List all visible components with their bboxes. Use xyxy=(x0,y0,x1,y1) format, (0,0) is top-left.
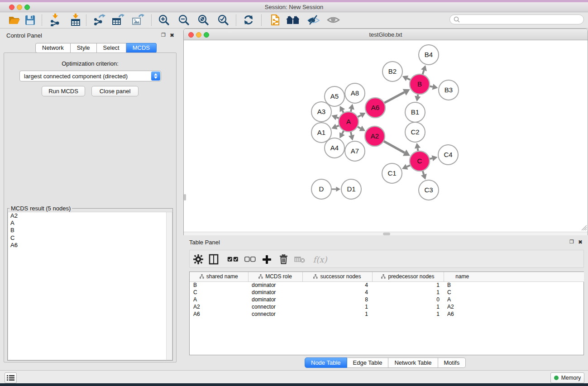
graph-edge-A6-B[interactable] xyxy=(383,92,405,104)
graph-node-D1[interactable]: D1 xyxy=(341,179,361,199)
table-row[interactable]: A2connector11A2 xyxy=(190,303,584,310)
duplicate-network-icon[interactable] xyxy=(268,13,282,27)
mcds-result-item[interactable]: A6 xyxy=(8,242,172,249)
window-resize-grip[interactable] xyxy=(580,224,587,231)
table-row[interactable]: Adominator80A xyxy=(190,296,584,303)
table-row[interactable]: Bdominator41B xyxy=(190,281,584,289)
cell[interactable]: dominator xyxy=(248,281,302,289)
delete-columns-trash-icon[interactable] xyxy=(277,253,290,266)
cell[interactable]: 1 xyxy=(372,310,444,318)
close-panel-icon[interactable]: ✖ xyxy=(170,32,174,38)
cell[interactable]: A6 xyxy=(444,310,481,318)
graph-node-C1[interactable]: C1 xyxy=(382,163,402,183)
cell[interactable]: A xyxy=(444,296,481,303)
hide-graphics-details-icon[interactable] xyxy=(306,13,320,27)
memory-button[interactable]: Memory xyxy=(550,372,584,383)
zoom-fit-icon[interactable] xyxy=(196,13,210,27)
zoom-selected-icon[interactable] xyxy=(216,13,230,27)
column-header-MCDS-role[interactable]: MCDS role xyxy=(248,272,302,281)
show-graphics-details-icon[interactable] xyxy=(326,13,340,27)
graph-node-A8[interactable]: A8 xyxy=(345,83,365,103)
graph-node-B[interactable]: B xyxy=(410,74,430,94)
cell[interactable]: 1 xyxy=(372,289,444,296)
graph-node-A7[interactable]: A7 xyxy=(345,141,365,161)
tab-style[interactable]: Style xyxy=(71,43,97,53)
mcds-result-item[interactable]: B xyxy=(8,227,172,234)
graph-node-C2[interactable]: C2 xyxy=(405,122,425,142)
graph-node-A[interactable]: A xyxy=(339,112,359,132)
column-settings-gear-icon[interactable] xyxy=(191,253,205,266)
mcds-result-list[interactable]: A2ABCA6 xyxy=(8,212,172,360)
graph-node-A4[interactable]: A4 xyxy=(325,138,344,158)
graph-edge-A2-C[interactable] xyxy=(382,141,404,153)
graph-node-B2[interactable]: B2 xyxy=(382,62,402,81)
export-network-icon[interactable] xyxy=(92,13,106,27)
add-column-icon[interactable] xyxy=(260,253,273,266)
column-header-successor-nodes[interactable]: successor nodes xyxy=(302,272,372,281)
mcds-result-item[interactable]: A2 xyxy=(8,212,172,219)
export-table-icon[interactable] xyxy=(111,13,125,27)
home-icon[interactable] xyxy=(286,13,299,27)
tab-node-table[interactable]: Node Table xyxy=(305,357,347,368)
close-panel-button[interactable]: Close panel xyxy=(91,86,139,96)
zoom-in-icon[interactable] xyxy=(157,13,171,27)
cell[interactable]: 0 xyxy=(372,296,444,303)
import-network-icon[interactable] xyxy=(48,13,62,27)
network-window-titlebar[interactable]: testGlobe.txt xyxy=(184,29,588,40)
cell[interactable]: 4 xyxy=(302,289,372,296)
graph-node-B4[interactable]: B4 xyxy=(419,45,439,65)
column-header-shared-name[interactable]: shared name xyxy=(190,272,248,281)
cell[interactable]: B xyxy=(444,281,481,289)
graph-node-A6[interactable]: A6 xyxy=(365,98,385,118)
graph-node-D[interactable]: D xyxy=(311,179,331,199)
cell[interactable]: 1 xyxy=(372,303,444,310)
cell[interactable]: B xyxy=(190,281,248,289)
tab-edge-table[interactable]: Edge Table xyxy=(347,357,389,368)
tab-motifs[interactable]: Motifs xyxy=(438,357,466,368)
cell[interactable]: A2 xyxy=(444,303,481,310)
cell[interactable]: 8 xyxy=(302,296,372,303)
cell[interactable]: connector xyxy=(248,303,302,310)
delete-table-icon[interactable] xyxy=(293,253,306,266)
open-session-icon[interactable] xyxy=(7,13,21,27)
table-row[interactable]: A6connector11A6 xyxy=(190,310,584,318)
graph-node-B3[interactable]: B3 xyxy=(439,80,459,100)
import-table-icon[interactable] xyxy=(69,13,82,27)
save-session-icon[interactable] xyxy=(23,13,37,27)
cell[interactable]: A xyxy=(190,296,248,303)
cell[interactable]: 4 xyxy=(302,281,372,289)
run-mcds-button[interactable]: Run MCDS xyxy=(42,86,85,96)
graph-node-B1[interactable]: B1 xyxy=(405,102,425,122)
cell[interactable]: connector xyxy=(248,310,302,318)
network-canvas[interactable]: AA1A2A3A4A5A6A7A8BB1B2B3B4CC1C2C3C4DD1 xyxy=(184,40,588,232)
export-image-icon[interactable] xyxy=(131,13,145,27)
mcds-result-item[interactable]: C xyxy=(8,234,172,242)
tab-mcds[interactable]: MCDS xyxy=(126,43,157,53)
criterion-select[interactable]: largest connected component (directed) xyxy=(19,71,161,81)
graph-node-C4[interactable]: C4 xyxy=(438,145,458,165)
graph-node-A2[interactable]: A2 xyxy=(365,126,385,146)
zoom-out-icon[interactable] xyxy=(177,13,191,27)
network-close-light[interactable] xyxy=(188,32,194,38)
close-table-panel-icon[interactable]: ✖ xyxy=(578,239,583,245)
tab-network[interactable]: Network xyxy=(35,43,71,53)
cell[interactable]: dominator xyxy=(248,296,302,303)
tab-select[interactable]: Select xyxy=(97,43,126,53)
cell[interactable]: 1 xyxy=(302,303,372,310)
close-window-light[interactable] xyxy=(9,5,14,10)
maximize-window-light[interactable] xyxy=(24,5,30,10)
column-header-name[interactable]: name xyxy=(444,272,481,281)
column-header-predecessor-nodes[interactable]: predecessor nodes xyxy=(372,272,444,281)
cell[interactable]: 1 xyxy=(372,281,444,289)
function-builder-icon[interactable]: f(x) xyxy=(311,253,329,266)
cell[interactable]: C xyxy=(190,289,248,296)
network-minimize-light[interactable] xyxy=(196,32,201,38)
select-all-checks-icon[interactable] xyxy=(226,253,239,266)
show-panels-list-button[interactable] xyxy=(5,372,17,383)
deselect-all-checks-icon[interactable] xyxy=(243,253,257,266)
cell[interactable]: dominator xyxy=(248,289,302,296)
network-graph[interactable]: AA1A2A3A4A5A6A7A8BB1B2B3B4CC1C2C3C4DD1 xyxy=(184,40,588,232)
result-list-scrollbar[interactable] xyxy=(166,212,172,360)
network-vscrollbar-thumb[interactable] xyxy=(184,194,186,200)
network-hscrollbar-thumb[interactable] xyxy=(383,233,390,235)
